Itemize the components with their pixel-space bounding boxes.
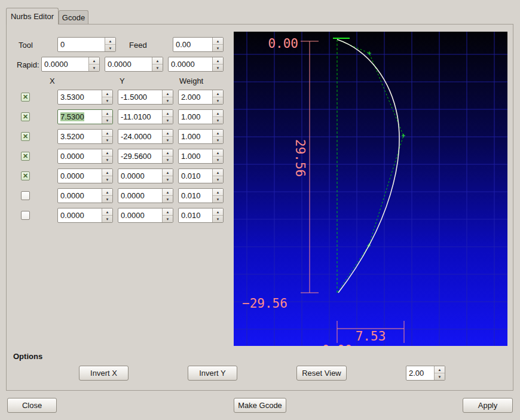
point-4-y-input[interactable]: 0.0000 — [118, 169, 162, 183]
point-4-enable-checkbox[interactable] — [21, 171, 30, 180]
spin-down-button[interactable]: ▼ — [213, 176, 223, 183]
spin-down-button[interactable]: ▼ — [213, 97, 223, 104]
point-3-enable-checkbox[interactable] — [21, 152, 30, 161]
point-6-enable-checkbox[interactable] — [21, 211, 30, 220]
spin-down-button[interactable]: ▼ — [163, 137, 173, 143]
spin-up-button[interactable]: ▲ — [163, 110, 173, 117]
point-1-enable-checkbox[interactable] — [21, 112, 30, 121]
spin-down-button[interactable]: ▼ — [163, 157, 173, 163]
spin-up-button[interactable]: ▲ — [105, 38, 115, 45]
tab-gcode[interactable]: Gcode — [59, 10, 88, 24]
spin-up-button[interactable]: ▲ — [213, 110, 223, 117]
spin-down-button[interactable]: ▼ — [163, 97, 173, 104]
spin-up-button[interactable]: ▲ — [163, 130, 173, 137]
rapid-input-3[interactable]: 0.0000 — [169, 57, 212, 71]
spin-down-button[interactable]: ▼ — [102, 117, 112, 124]
point-5-y-input[interactable]: 0.0000 — [118, 189, 162, 203]
spin-down-button[interactable]: ▼ — [102, 196, 112, 203]
spin-up-button[interactable]: ▲ — [213, 189, 223, 196]
point-3-y-input[interactable]: -29.5600 — [118, 149, 162, 163]
spin-up-button[interactable]: ▲ — [213, 90, 223, 97]
point-4-x-input[interactable]: 0.0000 — [58, 169, 102, 183]
spin-up-button[interactable]: ▲ — [163, 169, 173, 176]
point-5-weight-input[interactable]: 0.010 — [179, 189, 212, 203]
spin-up-button[interactable]: ▲ — [152, 57, 163, 65]
spin-up-button[interactable]: ▲ — [213, 149, 223, 157]
point-5-enable-checkbox[interactable] — [21, 191, 30, 200]
point-6-y-input[interactable]: 0.0000 — [118, 209, 162, 222]
point-3-weight-input[interactable]: 1.000 — [179, 149, 212, 163]
spin-up-button[interactable]: ▲ — [102, 149, 112, 157]
point-0-weight-input[interactable]: 2.000 — [179, 90, 212, 104]
point-2-x-input[interactable]: 3.5200 — [58, 130, 102, 143]
point-4-weight-input[interactable]: 0.010 — [179, 169, 212, 183]
spin-up-button[interactable]: ▲ — [163, 90, 173, 97]
make-gcode-label: Make Gcode — [238, 401, 282, 410]
spin-down-button[interactable]: ▼ — [102, 216, 112, 222]
spin-up-button[interactable]: ▲ — [102, 189, 112, 196]
spin-up-button[interactable]: ▲ — [102, 110, 112, 117]
point-2-y-input[interactable]: -24.0000 — [118, 130, 162, 143]
spin-up-button[interactable]: ▲ — [102, 169, 112, 176]
spin-up-button[interactable]: ▲ — [213, 169, 223, 176]
nurbs-preview-canvas[interactable]: 0.00 29.56 −29.56 7.53 0.00 — [234, 32, 507, 346]
spin-down-button[interactable]: ▼ — [213, 65, 223, 71]
spin-down-button[interactable]: ▼ — [163, 216, 173, 222]
spin-up-button[interactable]: ▲ — [102, 130, 112, 137]
rapid-input-1[interactable]: 0.0000 — [42, 57, 88, 71]
spin-up-button[interactable]: ▲ — [213, 57, 223, 65]
spin-up-button[interactable]: ▲ — [102, 90, 112, 97]
spin-up-button[interactable]: ▲ — [435, 366, 445, 373]
spin-up-button[interactable]: ▲ — [89, 57, 99, 65]
spin-down-button[interactable]: ▼ — [163, 117, 173, 124]
spin-down-button[interactable]: ▼ — [102, 157, 112, 163]
point-1-weight-input[interactable]: 1.000 — [179, 110, 212, 124]
steppers: ▲▼ — [102, 189, 112, 203]
spin-down-button[interactable]: ▼ — [163, 176, 173, 183]
invert-x-button[interactable]: Invert X — [79, 366, 129, 381]
invert-y-button[interactable]: Invert Y — [188, 366, 237, 381]
spin-up-button[interactable]: ▲ — [163, 189, 173, 196]
tab-nurbs-editor[interactable]: Nurbs Editor — [6, 8, 59, 24]
scale-input[interactable]: 2.00 — [406, 366, 434, 380]
feed-input[interactable]: 0.00 — [173, 38, 212, 51]
close-button[interactable]: Close — [7, 398, 57, 413]
spin-up-button[interactable]: ▲ — [102, 209, 112, 216]
point-3-x-input[interactable]: 0.0000 — [58, 149, 102, 163]
apply-button[interactable]: Apply — [463, 398, 513, 413]
point-5-x-input[interactable]: 0.0000 — [58, 189, 102, 203]
make-gcode-button[interactable]: Make Gcode — [234, 398, 286, 413]
spin-down-button[interactable]: ▼ — [435, 373, 445, 380]
rapid-input-2[interactable]: 0.0000 — [105, 57, 152, 71]
point-6-x-input[interactable]: 0.0000 — [58, 209, 102, 222]
point-2-weight-input[interactable]: 1.000 — [179, 130, 212, 143]
spin-down-button[interactable]: ▼ — [213, 196, 223, 203]
spin-down-button[interactable]: ▼ — [163, 196, 173, 203]
spin-up-button[interactable]: ▲ — [163, 149, 173, 157]
spin-down-button[interactable]: ▼ — [213, 117, 223, 124]
spin-down-button[interactable]: ▼ — [213, 45, 223, 51]
spin-down-button[interactable]: ▼ — [102, 176, 112, 183]
spin-up-button[interactable]: ▲ — [213, 38, 223, 45]
point-0-y-input[interactable]: -1.5000 — [118, 90, 162, 104]
tool-input[interactable]: 0 — [58, 38, 105, 51]
reset-view-label: Reset View — [302, 369, 341, 378]
spin-up-button[interactable]: ▲ — [213, 130, 223, 137]
point-0-enable-checkbox[interactable] — [21, 93, 30, 102]
reset-view-button[interactable]: Reset View — [296, 366, 347, 381]
spin-up-button[interactable]: ▲ — [163, 209, 173, 216]
spin-down-button[interactable]: ▼ — [213, 137, 223, 143]
spin-up-button[interactable]: ▲ — [213, 209, 223, 216]
spin-down-button[interactable]: ▼ — [152, 65, 163, 71]
point-0-x-input[interactable]: 3.5300 — [58, 90, 102, 104]
spin-down-button[interactable]: ▼ — [102, 137, 112, 143]
point-1-x-input[interactable]: 7.5300 — [58, 110, 102, 124]
point-6-weight-input[interactable]: 0.010 — [179, 209, 212, 222]
point-1-y-input[interactable]: -11.0100 — [118, 110, 162, 124]
spin-down-button[interactable]: ▼ — [105, 45, 115, 51]
spin-down-button[interactable]: ▼ — [102, 97, 112, 104]
spin-down-button[interactable]: ▼ — [89, 65, 99, 71]
spin-down-button[interactable]: ▼ — [213, 157, 223, 163]
spin-down-button[interactable]: ▼ — [213, 216, 223, 222]
point-2-enable-checkbox[interactable] — [21, 132, 30, 141]
